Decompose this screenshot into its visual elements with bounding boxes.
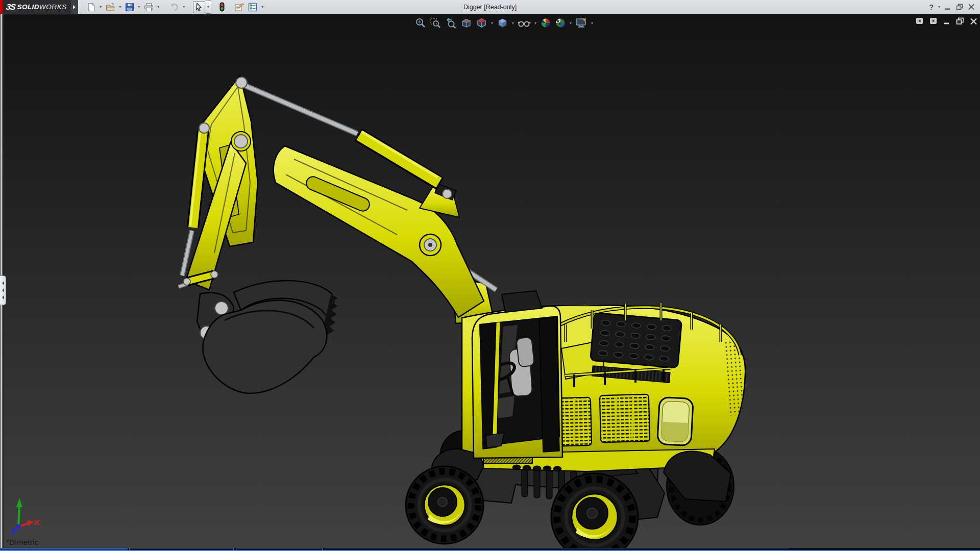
save-floppy-icon — [125, 3, 134, 12]
previous-view-button[interactable] — [444, 17, 457, 29]
save-button[interactable] — [124, 1, 136, 13]
open-dropdown[interactable]: ▾ — [117, 1, 123, 13]
boom-assembly — [179, 76, 496, 323]
zoom-to-fit-icon — [415, 17, 426, 29]
graphics-area[interactable]: ▾ ▾ ▾ — [0, 14, 980, 548]
close-button[interactable] — [968, 4, 975, 10]
close-document-button[interactable] — [970, 18, 977, 25]
hide-show-items-dropdown[interactable]: ▾ — [534, 21, 536, 26]
previous-view-icon — [445, 17, 457, 29]
new-document-button[interactable] — [85, 1, 97, 13]
right-arrow-icon — [73, 5, 76, 9]
file-properties-button[interactable] — [233, 1, 246, 13]
feature-pane-left-button[interactable] — [916, 17, 924, 25]
help-dropdown[interactable]: ▾ — [938, 5, 940, 9]
standard-toolbar: ▾ ▾ ▾ — [78, 0, 265, 14]
solidworks-window: 3S SOLID WORKS ▾ ▾ — [0, 0, 980, 551]
open-button[interactable] — [104, 1, 117, 13]
view-orientation-dropdown[interactable]: ▾ — [491, 21, 493, 26]
feature-pane-right-button[interactable] — [929, 17, 938, 25]
display-style-button[interactable] — [496, 17, 509, 29]
help-button[interactable]: ? — [929, 3, 934, 11]
bucket — [197, 281, 338, 393]
display-style-icon — [497, 17, 508, 29]
restore-button[interactable] — [956, 4, 963, 10]
save-dropdown[interactable]: ▾ — [136, 1, 142, 13]
view-orientation-button[interactable] — [475, 17, 488, 29]
rear-window — [657, 397, 694, 445]
select-tool-dropdown[interactable]: ▾ — [206, 1, 211, 14]
select-cursor-icon — [194, 3, 204, 12]
undo-button[interactable] — [167, 1, 181, 13]
view-settings-dropdown[interactable]: ▾ — [591, 21, 593, 26]
left-arrow-icon — [2, 295, 4, 299]
heads-up-view-toolbar: ▾ ▾ ▾ — [414, 17, 594, 29]
window-controls: ? ▾ — [929, 0, 980, 14]
print-button[interactable] — [142, 1, 155, 13]
apply-scene-icon — [555, 17, 566, 29]
featuremanager-splitter-tab[interactable] — [0, 276, 6, 305]
edit-appearance-button[interactable] — [540, 17, 552, 29]
minimize-document-button[interactable] — [943, 18, 950, 25]
options-button[interactable] — [247, 1, 259, 13]
traffic-light-icon — [219, 2, 225, 12]
view-settings-icon — [575, 17, 587, 29]
select-tool-button[interactable] — [193, 1, 205, 13]
zoom-to-fit-button[interactable] — [414, 17, 427, 29]
excavator-model-scene — [0, 14, 980, 548]
document-window-controls — [916, 17, 977, 25]
printer-icon — [144, 3, 154, 12]
left-arrow-icon — [2, 281, 4, 285]
options-dropdown[interactable]: ▾ — [260, 1, 265, 13]
section-view-button[interactable] — [460, 17, 473, 29]
restore-document-button[interactable] — [956, 17, 964, 25]
titlebar: 3S SOLID WORKS ▾ ▾ — [0, 0, 980, 14]
print-dropdown[interactable]: ▾ — [156, 1, 161, 13]
eyeglasses-icon — [518, 17, 531, 29]
zoom-to-area-icon — [430, 17, 441, 29]
windows-taskbar-edge[interactable] — [0, 548, 980, 551]
view-settings-button[interactable] — [575, 17, 588, 29]
new-document-icon — [87, 3, 96, 12]
hide-show-items-button[interactable] — [517, 17, 531, 29]
new-document-dropdown[interactable]: ▾ — [98, 1, 104, 13]
cab — [472, 291, 562, 458]
apply-scene-button[interactable] — [554, 17, 567, 29]
solidworks-logo: 3S SOLID WORKS — [0, 0, 71, 14]
options-checklist-icon — [248, 3, 258, 12]
dassault-3s-logo: 3S — [2, 3, 18, 12]
excavator-model[interactable] — [179, 76, 745, 548]
undo-icon — [169, 3, 179, 12]
file-properties-icon — [234, 3, 244, 12]
minimize-button[interactable] — [945, 4, 951, 10]
view-orientation-icon — [476, 17, 487, 29]
view-orientation-label: *Dimetric — [6, 538, 39, 546]
reference-triad — [11, 498, 39, 536]
section-view-icon — [460, 17, 472, 29]
open-folder-icon — [106, 3, 115, 12]
undo-dropdown[interactable]: ▾ — [181, 1, 187, 13]
zoom-to-area-button[interactable] — [429, 17, 442, 29]
rebuild-button[interactable] — [217, 1, 227, 13]
brand-works: WORKS — [39, 3, 67, 11]
menu-expand-button[interactable] — [71, 0, 78, 14]
display-style-dropdown[interactable]: ▾ — [512, 21, 514, 26]
brand-solid: SOLID — [17, 3, 39, 11]
apply-scene-dropdown[interactable]: ▾ — [570, 21, 572, 26]
appearance-ball-icon — [540, 17, 551, 29]
front-wheel — [406, 466, 483, 544]
left-arrow-icon — [2, 288, 4, 292]
